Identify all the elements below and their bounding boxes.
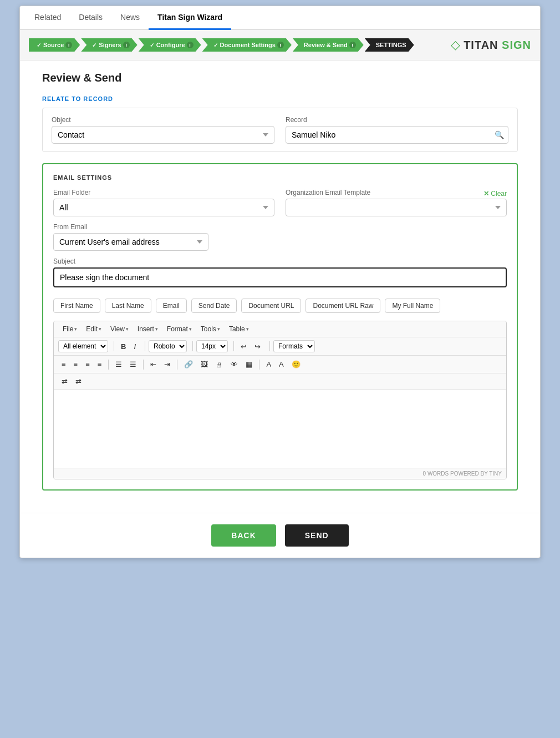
record-input[interactable] — [286, 126, 508, 144]
tab-titan-sign-wizard[interactable]: Titan Sign Wizard — [149, 6, 231, 30]
from-email-field: From Email Current User's email address — [53, 223, 507, 251]
toolbar-sep-7 — [143, 360, 144, 370]
tab-related[interactable]: Related — [26, 6, 70, 30]
step-settings[interactable]: SETTINGS — [365, 38, 414, 52]
step-settings-label: SETTINGS — [376, 42, 406, 48]
indent-button[interactable]: ⇥ — [161, 358, 174, 370]
element-selector[interactable]: All element — [58, 340, 108, 352]
align-center-button[interactable]: ≡ — [70, 358, 82, 370]
editor-toolbar-2: ≡ ≡ ≡ ≡ ☰ ☰ ⇤ ⇥ 🔗 🖼 🖨 👁 ▦ — [54, 356, 506, 373]
clear-button[interactable]: ✕ Clear — [483, 190, 507, 198]
clear-x-icon: ✕ — [483, 190, 489, 198]
text-color-button[interactable]: A — [263, 358, 274, 370]
font-size-select[interactable]: 14px — [196, 340, 228, 352]
editor-body[interactable] — [54, 390, 506, 468]
preview-button[interactable]: 👁 — [227, 358, 241, 370]
menu-view[interactable]: View ▾ — [106, 323, 133, 335]
clear-label: Clear — [491, 190, 507, 198]
toolbar-sep-4 — [233, 341, 234, 351]
step-info-icon-5: i — [349, 42, 356, 48]
tab-bar: Related Details News Titan Sign Wizard — [20, 6, 540, 30]
tab-news[interactable]: News — [111, 6, 149, 30]
token-first-name[interactable]: First Name — [53, 299, 100, 313]
step-info-icon-2: i — [123, 42, 130, 48]
toolbar-sep-8 — [177, 360, 177, 370]
menu-format[interactable]: Format ▾ — [162, 323, 196, 335]
table-insert-button[interactable]: ▦ — [242, 358, 256, 370]
outdent-button[interactable]: ⇤ — [147, 358, 160, 370]
step-check-icon: ✓ — [37, 42, 41, 48]
align-left-button[interactable]: ≡ — [58, 358, 69, 370]
wizard-bar: ✓ Source i ✓ Signers i ✓ Configure i ✓ D… — [20, 30, 540, 60]
italic-button[interactable]: I — [130, 341, 139, 352]
image-button[interactable]: 🖼 — [197, 358, 211, 370]
menu-edit[interactable]: Edit ▾ — [82, 323, 106, 335]
emoji-button[interactable]: 🙂 — [288, 358, 304, 370]
from-email-select[interactable]: Current User's email address — [53, 233, 208, 251]
numbered-list-button[interactable]: ☰ — [126, 358, 140, 370]
record-field: Record 🔍 — [286, 116, 508, 144]
formats-select[interactable]: Formats — [273, 340, 315, 352]
print-button[interactable]: 🖨 — [212, 358, 226, 370]
token-email[interactable]: Email — [156, 299, 187, 313]
object-label: Object — [52, 116, 274, 124]
object-select[interactable]: Contact — [52, 126, 274, 144]
bottom-bar: BACK SEND — [20, 513, 540, 558]
subject-input[interactable] — [53, 267, 507, 287]
undo-button[interactable]: ↩ — [237, 341, 250, 352]
bold-button[interactable]: B — [118, 341, 129, 352]
menu-insert[interactable]: Insert ▾ — [133, 323, 162, 335]
toolbar-sep-9 — [259, 360, 259, 370]
step-source-label: Source — [43, 42, 64, 48]
from-email-label: From Email — [53, 223, 507, 231]
menu-file[interactable]: File ▾ — [58, 323, 82, 335]
editor-toolbar-3: ⇄ ⇄ — [54, 373, 506, 390]
menu-table[interactable]: Table ▾ — [225, 323, 253, 335]
step-document-settings[interactable]: ✓ Document Settings i — [202, 38, 292, 52]
link-button[interactable]: 🔗 — [181, 358, 196, 370]
email-folder-select[interactable]: All — [53, 199, 274, 216]
tab-details[interactable]: Details — [70, 6, 111, 30]
token-document-url-raw[interactable]: Document URL Raw — [306, 299, 380, 313]
editor-menubar: File ▾ Edit ▾ View ▾ Insert ▾ Format ▾ T… — [54, 321, 506, 337]
font-family-select[interactable]: Roboto — [149, 340, 187, 352]
page-title: Review & Send — [42, 72, 518, 84]
step-source[interactable]: ✓ Source i — [29, 38, 80, 52]
rich-text-editor: File ▾ Edit ▾ View ▾ Insert ▾ Format ▾ T… — [53, 321, 507, 479]
send-button[interactable]: SEND — [285, 524, 349, 547]
logo-text: TITAN SIGN — [464, 39, 531, 52]
menu-tools[interactable]: Tools ▾ — [196, 323, 225, 335]
align-justify-button[interactable]: ≡ — [94, 358, 105, 370]
back-button[interactable]: BACK — [211, 524, 276, 547]
token-send-date[interactable]: Send Date — [191, 299, 237, 313]
bg-color-button[interactable]: A — [276, 358, 287, 370]
step-configure[interactable]: ✓ Configure i — [139, 38, 201, 52]
align-right-button[interactable]: ≡ — [82, 358, 93, 370]
email-folder-field: Email Folder All — [53, 189, 274, 216]
token-buttons-row: First Name Last Name Email Send Date Doc… — [53, 299, 507, 313]
token-my-full-name[interactable]: My Full Name — [385, 299, 440, 313]
menu-view-arrow: ▾ — [126, 326, 129, 332]
editor-content-area[interactable] — [54, 390, 506, 468]
token-last-name[interactable]: Last Name — [105, 299, 151, 313]
step-signers[interactable]: ✓ Signers i — [81, 38, 137, 52]
step-review-send[interactable]: Review & Send i — [293, 38, 364, 52]
toolbar-sep-3 — [192, 341, 193, 351]
step-signers-label: Signers — [99, 42, 121, 48]
rtl-button[interactable]: ⇄ — [72, 376, 85, 387]
logo-diamond-icon: ◇ — [451, 38, 460, 52]
step-info-icon-4: i — [277, 42, 284, 48]
email-settings-title: EMAIL SETTINGS — [53, 174, 507, 181]
menu-insert-arrow: ▾ — [155, 326, 158, 332]
object-field: Object Contact — [52, 116, 274, 144]
org-template-select[interactable] — [286, 199, 507, 216]
token-document-url[interactable]: Document URL — [241, 299, 301, 313]
ltr-button[interactable]: ⇄ — [58, 376, 71, 387]
org-template-field: Organization Email Template ✕ Clear — [286, 189, 507, 216]
titan-sign-logo: ◇ TITAN SIGN — [451, 38, 531, 52]
toolbar-sep-5 — [269, 341, 270, 351]
step-configure-label: Configure — [156, 42, 185, 48]
editor-footer: 0 WORDS POWERED BY TINY — [54, 468, 506, 479]
redo-button[interactable]: ↪ — [251, 341, 264, 352]
bullet-list-button[interactable]: ☰ — [112, 358, 125, 370]
